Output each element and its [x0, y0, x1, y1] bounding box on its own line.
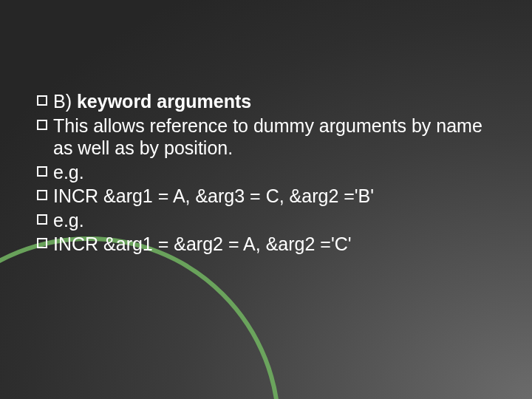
bullet-text: e.g. — [53, 209, 495, 232]
bullet-text: e.g. — [53, 161, 495, 184]
decorative-arc — [0, 236, 281, 399]
bullet-item: This allows reference to dummy arguments… — [37, 115, 495, 160]
bullet-icon — [37, 166, 47, 177]
bullet-text: INCR &arg1 = A, &arg3 = C, &arg2 ='B' — [53, 185, 495, 208]
slide-content: B) keyword arguments This allows referen… — [37, 90, 495, 257]
bullet-text: B) keyword arguments — [53, 90, 495, 113]
bullet-icon — [37, 120, 47, 130]
bullet-text: This allows reference to dummy arguments… — [53, 115, 495, 160]
bullet-bold: keyword arguments — [77, 91, 251, 112]
bullet-icon — [37, 190, 47, 200]
bullet-text: INCR &arg1 = &arg2 = A, &arg2 ='C' — [53, 233, 495, 256]
bullet-icon — [37, 214, 47, 225]
slide: B) keyword arguments This allows referen… — [0, 0, 532, 399]
bullet-prefix: B) — [53, 91, 72, 112]
bullet-item: e.g. — [37, 209, 495, 232]
bullet-item: INCR &arg1 = A, &arg3 = C, &arg2 ='B' — [37, 185, 495, 208]
bullet-icon — [37, 95, 47, 106]
bullet-item: B) keyword arguments — [37, 90, 495, 113]
bullet-icon — [37, 238, 47, 248]
bullet-item: INCR &arg1 = &arg2 = A, &arg2 ='C' — [37, 233, 495, 256]
bullet-item: e.g. — [37, 161, 495, 184]
